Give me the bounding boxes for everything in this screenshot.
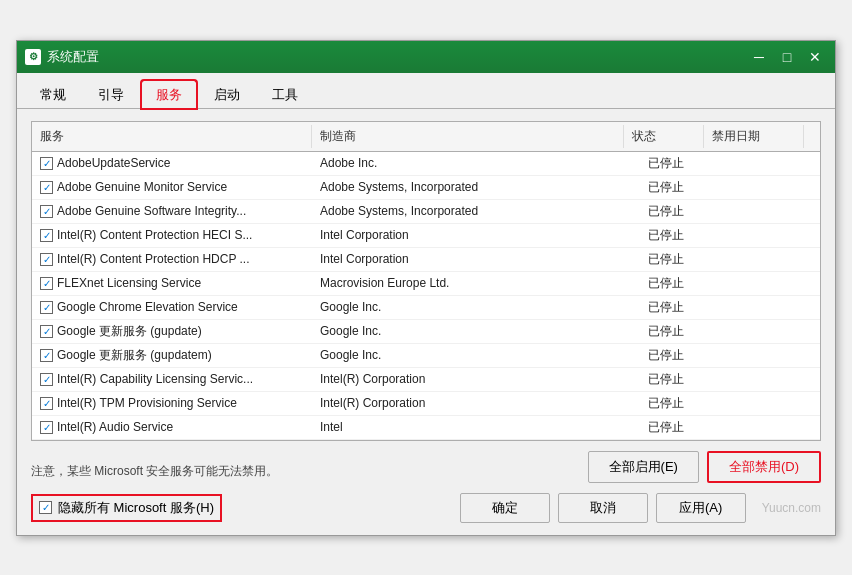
row-checkbox[interactable]: ✓ [40,397,53,410]
vendor-cell: Adobe Systems, Incorporated [312,177,640,197]
service-name: Adobe Genuine Monitor Service [57,180,227,194]
service-cell: ✓Google Chrome Elevation Service [32,297,312,317]
status-cell: 已停止 [640,296,720,319]
date-cell [720,424,820,430]
tab-startup[interactable]: 启动 [199,80,255,109]
table-row[interactable]: ✓Intel(R) Audio ServiceIntel已停止 [32,416,820,440]
table-row[interactable]: ✓AdobeUpdateServiceAdobe Inc.已停止 [32,152,820,176]
hide-ms-label: 隐藏所有 Microsoft 服务(H) [58,499,214,517]
service-cell: ✓Intel(R) TPM Provisioning Service [32,393,312,413]
service-name: Intel(R) TPM Provisioning Service [57,396,237,410]
table-row[interactable]: ✓Intel(R) Content Protection HDCP ...Int… [32,248,820,272]
col-date: 禁用日期 [704,125,804,148]
row-checkbox[interactable]: ✓ [40,325,53,338]
table-row[interactable]: ✓Intel(R) TPM Provisioning ServiceIntel(… [32,392,820,416]
tab-general[interactable]: 常规 [25,80,81,109]
service-name: Intel(R) Content Protection HDCP ... [57,252,250,266]
enable-all-button[interactable]: 全部启用(E) [588,451,699,483]
service-cell: ✓AdobeUpdateService [32,153,312,173]
table-row[interactable]: ✓Google 更新服务 (gupdatem)Google Inc.已停止 [32,344,820,368]
row-checkbox[interactable]: ✓ [40,181,53,194]
window-title: 系统配置 [47,48,99,66]
close-button[interactable]: ✕ [803,47,827,67]
row-checkbox[interactable]: ✓ [40,253,53,266]
service-cell: ✓Intel(R) Audio Service [32,417,312,437]
date-cell [720,352,820,358]
table-row[interactable]: ✓FLEXnet Licensing ServiceMacrovision Eu… [32,272,820,296]
row-checkbox[interactable]: ✓ [40,301,53,314]
vendor-cell: Adobe Systems, Incorporated [312,201,640,221]
title-buttons: ─ □ ✕ [747,47,827,67]
vendor-cell: Macrovision Europe Ltd. [312,273,640,293]
ok-button[interactable]: 确定 [460,493,550,523]
row-checkbox[interactable]: ✓ [40,421,53,434]
date-cell [720,400,820,406]
service-name: Google Chrome Elevation Service [57,300,238,314]
service-name: Google 更新服务 (gupdate) [57,323,202,340]
vendor-cell: Intel [312,417,640,437]
date-cell [720,208,820,214]
tab-boot[interactable]: 引导 [83,80,139,109]
table-body[interactable]: ✓AdobeUpdateServiceAdobe Inc.已停止✓Adobe G… [32,152,820,440]
tab-content: 服务 制造商 状态 禁用日期 ✓AdobeUpdateServiceAdobe … [17,109,835,535]
apply-button[interactable]: 应用(A) [656,493,746,523]
service-name: Intel(R) Audio Service [57,420,173,434]
date-cell [720,184,820,190]
row-checkbox[interactable]: ✓ [40,349,53,362]
status-cell: 已停止 [640,272,720,295]
hide-ms-checkbox[interactable]: ✓ [39,501,52,514]
notice-text: 注意，某些 Microsoft 安全服务可能无法禁用。 [31,463,278,480]
cancel-button[interactable]: 取消 [558,493,648,523]
date-cell [720,232,820,238]
tab-services[interactable]: 服务 [141,80,197,109]
row-checkbox[interactable]: ✓ [40,229,53,242]
status-cell: 已停止 [640,152,720,175]
col-vendor: 制造商 [312,125,624,148]
window-icon: ⚙ [25,49,41,65]
status-cell: 已停止 [640,416,720,439]
table-row[interactable]: ✓Adobe Genuine Software Integrity...Adob… [32,200,820,224]
table-row[interactable]: ✓Adobe Genuine Monitor ServiceAdobe Syst… [32,176,820,200]
vendor-cell: Intel(R) Corporation [312,369,640,389]
vendor-cell: Google Inc. [312,321,640,341]
date-cell [720,328,820,334]
table-row[interactable]: ✓Intel(R) Capability Licensing Servic...… [32,368,820,392]
col-status: 状态 [624,125,704,148]
status-cell: 已停止 [640,224,720,247]
table-row[interactable]: ✓Google 更新服务 (gupdate)Google Inc.已停止 [32,320,820,344]
vendor-cell: Intel(R) Corporation [312,393,640,413]
date-cell [720,280,820,286]
date-cell [720,376,820,382]
vendor-cell: Google Inc. [312,297,640,317]
vendor-cell: Intel Corporation [312,249,640,269]
disable-all-button[interactable]: 全部禁用(D) [707,451,821,483]
vendor-cell: Intel Corporation [312,225,640,245]
service-cell: ✓Google 更新服务 (gupdatem) [32,344,312,367]
service-name: FLEXnet Licensing Service [57,276,201,290]
system-config-window: ⚙ 系统配置 ─ □ ✕ 常规 引导 服务 启动 工具 服务 制造商 状态 禁用… [16,40,836,536]
service-cell: ✓Adobe Genuine Monitor Service [32,177,312,197]
service-name: Adobe Genuine Software Integrity... [57,204,246,218]
bottom-section: 注意，某些 Microsoft 安全服务可能无法禁用。 全部启用(E) 全部禁用… [31,451,821,523]
status-cell: 已停止 [640,248,720,271]
maximize-button[interactable]: □ [775,47,799,67]
row-checkbox[interactable]: ✓ [40,373,53,386]
service-cell: ✓Google 更新服务 (gupdate) [32,320,312,343]
service-cell: ✓FLEXnet Licensing Service [32,273,312,293]
table-row[interactable]: ✓Google Chrome Elevation ServiceGoogle I… [32,296,820,320]
status-cell: 已停止 [640,368,720,391]
tab-tools[interactable]: 工具 [257,80,313,109]
title-bar: ⚙ 系统配置 ─ □ ✕ [17,41,835,73]
table-row[interactable]: ✓Intel(R) Content Protection HECI S...In… [32,224,820,248]
service-cell: ✓Intel(R) Capability Licensing Servic... [32,369,312,389]
hide-ms-checkbox-container[interactable]: ✓ 隐藏所有 Microsoft 服务(H) [31,494,222,522]
col-scroll-placeholder [804,125,820,148]
row-checkbox[interactable]: ✓ [40,157,53,170]
status-cell: 已停止 [640,392,720,415]
row-checkbox[interactable]: ✓ [40,205,53,218]
date-cell [720,304,820,310]
service-name: Google 更新服务 (gupdatem) [57,347,212,364]
minimize-button[interactable]: ─ [747,47,771,67]
row-checkbox[interactable]: ✓ [40,277,53,290]
service-name: Intel(R) Capability Licensing Servic... [57,372,253,386]
